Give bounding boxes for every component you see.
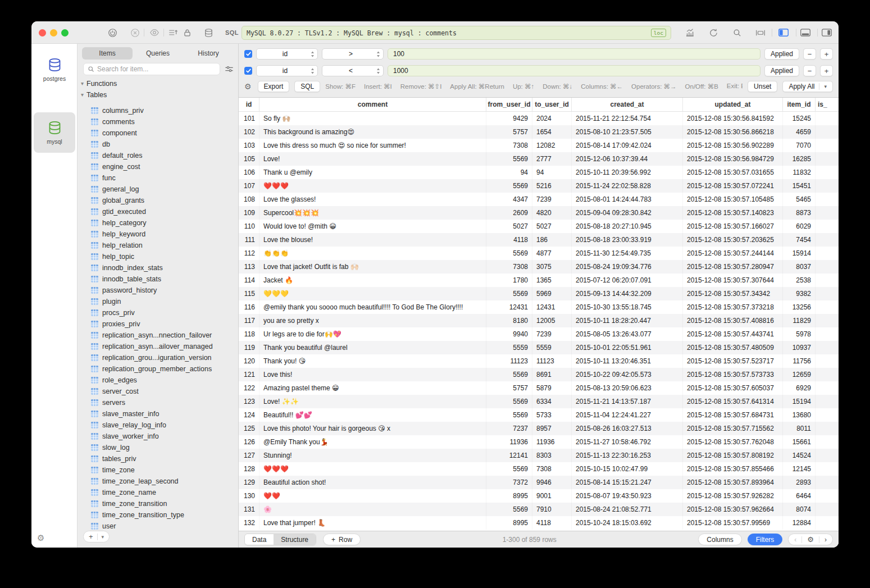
cell-created_at[interactable]: 2015-11-30 12:54:49.735 [572,247,683,260]
cell-is_[interactable] [816,152,838,166]
cell-updated_at[interactable]: 2015-12-08 15:30:57.166027 [683,220,783,233]
cell-updated_at[interactable]: 2015-12-08 15:30:57.140823 [683,206,783,220]
cell-created_at[interactable]: 2015-08-18 23:00:33.919 [572,233,683,247]
cell-comment[interactable]: Love that jacket! Outfit is fab 🙌🏻 [259,260,486,274]
sidebar-table-slave_relay_log_info[interactable]: slave_relay_log_info [78,420,238,431]
cell-item_id[interactable]: 9382 [783,287,816,300]
cell-from_user_id[interactable]: 2609 [486,206,532,220]
cell-comment[interactable]: Love! [259,152,486,166]
database-icon[interactable] [203,28,213,38]
add-filter-button[interactable]: + [820,65,833,76]
cell-updated_at[interactable]: 2015-12-08 15:30:57.072241 [683,179,783,193]
cell-updated_at[interactable]: 2015-12-08 15:30:57.684731 [683,408,783,422]
cell-created_at[interactable]: 2015-11-21 14:13:57.187 [572,395,683,408]
cell-created_at[interactable]: 2015-08-01 14:24:44.783 [572,193,683,206]
toggle-bottom-panel-icon[interactable] [800,28,810,38]
cell-created_at[interactable]: 2015-08-18 20:27:10.945 [572,220,683,233]
add-item-button[interactable]: + ▾ [83,531,110,543]
cell-from_user_id[interactable]: 8995 [486,489,532,503]
cell-is_[interactable] [816,125,838,139]
cell-comment[interactable]: Love this! [259,368,486,381]
cell-comment[interactable]: Love! ✨✨ [259,395,486,408]
cell-from_user_id[interactable]: 7372 [486,476,532,489]
cell-from_user_id[interactable]: 9429 [486,112,532,125]
cell-item_id[interactable]: 16285 [783,152,816,166]
cell-item_id[interactable]: 12145 [783,462,816,476]
cell-is_[interactable] [816,449,838,462]
cell-to_user_id[interactable]: 5216 [532,179,572,193]
cell-from_user_id[interactable]: 12431 [486,300,532,314]
toggle-right-panel-icon[interactable] [822,28,832,38]
sidebar-table-help_keyword[interactable]: help_keyword [78,229,238,240]
sql-button[interactable]: SQL [294,81,320,92]
cell-from_user_id[interactable]: 5569 [486,503,532,516]
table-row[interactable]: 105Love!556927772015-12-06 10:37:39.4420… [239,152,839,166]
cell-is_[interactable] [816,435,838,449]
cell-is_[interactable] [816,368,838,381]
next-page-icon[interactable]: › [825,536,827,544]
cell-from_user_id[interactable]: 1780 [486,274,532,287]
sidebar-table-engine_cost[interactable]: engine_cost [78,161,238,172]
cell-created_at[interactable]: 2015-10-22 09:42:05.573 [572,368,683,381]
cell-comment[interactable]: 👏👏👏 [259,247,486,260]
cell-is_[interactable] [816,247,838,260]
cell-from_user_id[interactable]: 8180 [486,314,532,327]
search-input[interactable]: Search for item... [83,63,220,75]
sidebar-table-time_zone[interactable]: time_zone [78,464,238,476]
connect-icon[interactable] [107,28,117,38]
text-width-icon[interactable] [755,28,766,38]
cell-created_at[interactable]: 2015-11-21 22:12:54.754 [572,112,683,125]
sidebar-table-procs_priv[interactable]: procs_priv [78,307,238,318]
cell-from_user_id[interactable]: 94 [486,166,532,179]
cell-updated_at[interactable]: 2015-12-08 15:30:57.280947 [683,260,783,274]
cell-from_user_id[interactable]: 11936 [486,435,532,449]
cell-updated_at[interactable]: 2015-12-08 15:30:57.373218 [683,300,783,314]
table-row[interactable]: 122Amazing pastel theme 😁575758792015-08… [239,381,839,395]
column-header-to_user_id[interactable]: to_user_id [532,98,572,111]
cell-to_user_id[interactable]: 1654 [532,125,572,139]
column-header-from_user_id[interactable]: from_user_id [486,98,532,111]
cell-to_user_id[interactable]: 2777 [532,152,572,166]
cell-to_user_id[interactable]: 8303 [532,449,572,462]
table-row[interactable]: 114Jacket 🔥178013652015-07-12 06:20:07.0… [239,274,839,287]
cell-is_[interactable] [816,220,838,233]
cell-from_user_id[interactable]: 5569 [486,462,532,476]
cell-updated_at[interactable]: 2015-12-08 15:30:57.307644 [683,274,783,287]
columns-button[interactable]: Columns [698,534,741,545]
table-row[interactable]: 102This background is amazing😍5757165420… [239,125,839,139]
table-row[interactable]: 125Love this photo! Your hair is gorgeou… [239,422,839,435]
cell-id[interactable]: 107 [239,179,259,193]
sidebar-table-gtid_executed[interactable]: gtid_executed [78,206,238,217]
tree-section-functions[interactable]: ▾ Functions [81,78,117,89]
cell-to_user_id[interactable]: 4118 [532,516,572,530]
cell-updated_at[interactable]: 2015-12-08 15:30:56.841592 [683,112,783,125]
cell-item_id[interactable]: 8873 [783,206,816,220]
cell-comment[interactable]: Stunning! [259,449,486,462]
cell-updated_at[interactable]: 2015-12-08 15:30:57.605037 [683,381,783,395]
filter-settings-gear-icon[interactable]: ⚙ [244,82,252,91]
cell-to_user_id[interactable]: 4877 [532,247,572,260]
unset-button[interactable]: Unset [748,81,777,92]
sidebar-table-help_category[interactable]: help_category [78,217,238,229]
table-row[interactable]: 109Supercool💥💥💥260948202015-09-04 09:28:… [239,206,839,220]
cell-comment[interactable]: Thank you! 😘 [259,354,486,368]
cell-updated_at[interactable]: 2015-12-08 15:30:57.808192 [683,449,783,462]
cell-comment[interactable]: Love this photo! Your hair is gorgeous 😘… [259,422,486,435]
cell-to_user_id[interactable]: 5969 [532,287,572,300]
table-row[interactable]: 132Love that jumper! 👢899541182015-10-24… [239,516,839,530]
cell-item_id[interactable]: 15194 [783,395,816,408]
sidebar-table-tables_priv[interactable]: tables_priv [78,453,238,464]
search-icon[interactable] [732,28,742,38]
table-row[interactable]: 111Love the blouse!41181862015-08-18 23:… [239,233,839,247]
add-row-button[interactable]: + Row [323,534,361,545]
cell-is_[interactable] [816,260,838,274]
cell-comment[interactable]: @emily thank you soooo much beautiful!!!… [259,300,486,314]
cell-comment[interactable]: Jacket 🔥 [259,274,486,287]
cell-to_user_id[interactable]: 1365 [532,274,572,287]
cell-comment[interactable]: So fly 🙌🏼 [259,112,486,125]
cell-to_user_id[interactable]: 11936 [532,435,572,449]
cell-comment[interactable]: Beautiful action shot! [259,476,486,489]
cell-id[interactable]: 117 [239,314,259,327]
sidebar-table-plugin[interactable]: plugin [78,296,238,307]
cell-item_id[interactable]: 6029 [783,220,816,233]
